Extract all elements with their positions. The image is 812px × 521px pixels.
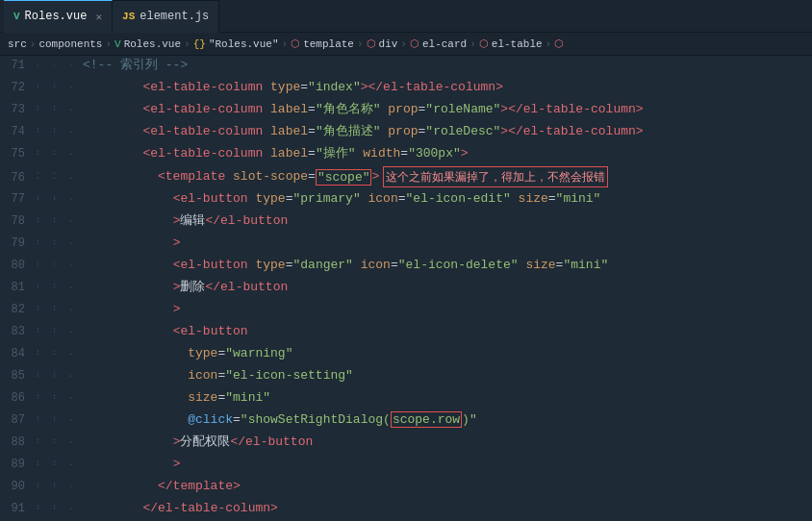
- annotation-scope: 这个之前如果漏掉了，得加上，不然会报错: [383, 166, 608, 187]
- code-line-85: 85 · · · · · icon="el-icon-setting": [0, 366, 812, 388]
- code-line-71: 71 · · · · · <!-- 索引列 -->: [0, 56, 812, 78]
- vue-icon: V: [13, 11, 20, 22]
- code-line-73: 73 · · · · · <el-table-column label="角色名…: [0, 100, 812, 122]
- tab-element[interactable]: JS element.js: [113, 0, 219, 33]
- tab-bar: V Roles.vue ✕ JS element.js src › compon…: [0, 0, 812, 56]
- code-line-83: 83 · · · · · <el-button: [0, 322, 812, 344]
- tab-element-label: element.js: [140, 10, 209, 23]
- code-line-75: 75 · · · · · <el-table-column label="操作"…: [0, 144, 812, 166]
- code-line-81: 81 · · · · · >删除</el-button: [0, 278, 812, 300]
- code-editor: 71 · · · · · <!-- 索引列 --> 72 · · · · · <…: [0, 56, 812, 521]
- code-line-80: 80 · · · · · <el-button type="danger" ic…: [0, 256, 812, 278]
- code-line-78: 78 · · · · · >编辑</el-button: [0, 211, 812, 234]
- code-line-89: 89 · · · · · >: [0, 455, 812, 477]
- js-icon: JS: [122, 11, 135, 22]
- code-line-74: 74 · · · · · <el-table-column label="角色描…: [0, 122, 812, 144]
- code-line-72: 72 · · · · · <el-table-column type="inde…: [0, 78, 812, 100]
- code-line-87: 87 · · · · · @click="showSetRightDialog(…: [0, 410, 812, 433]
- code-line-84: 84 · · · · · type="warning": [0, 344, 812, 366]
- code-line-90: 90 · · · · · </template>: [0, 477, 812, 499]
- code-line-88: 88 · · · · · >分配权限</el-button: [0, 433, 812, 455]
- code-line-77: 77 · · · · · <el-button type="primary" i…: [0, 189, 812, 211]
- code-line-79: 79 · · · · · >: [0, 234, 812, 256]
- tab-roles-label: Roles.vue: [25, 10, 88, 23]
- tab-roles[interactable]: V Roles.vue ✕: [4, 0, 113, 33]
- breadcrumb: src › components › V Roles.vue › {} "Rol…: [0, 33, 812, 56]
- close-icon[interactable]: ✕: [95, 11, 102, 23]
- code-line-82: 82 · · · · · >: [0, 300, 812, 322]
- code-line-76: 76 · · · · · <template slot-scope="scope…: [0, 166, 812, 189]
- code-line-91: 91 · · · · · </el-table-column>: [0, 499, 812, 521]
- code-line-86: 86 · · · · · size="mini": [0, 388, 812, 410]
